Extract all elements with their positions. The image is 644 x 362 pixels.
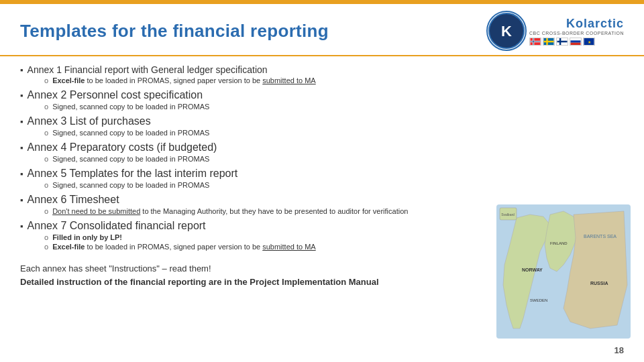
sub-text: Signed, scanned copy to be loaded in PRO… bbox=[52, 155, 209, 163]
annex-main-annex2: ▪Annex 2 Personnel cost specification bbox=[20, 89, 624, 101]
logo-wrapper: K Kolarctic CBC cross-border cooperation bbox=[486, 11, 624, 51]
annex-main-annex5: ▪Annex 5 Templates for the last interim … bbox=[20, 168, 624, 180]
bullet-sub: o bbox=[44, 207, 48, 215]
sub-text: Signed, scanned copy to be loaded in PRO… bbox=[52, 103, 209, 111]
bullet-sub: o bbox=[44, 129, 48, 137]
annex-title: Annex 4 Preparatory costs (if budgeted) bbox=[28, 141, 217, 154]
page-title: Templates for the financial reporting bbox=[20, 21, 329, 42]
flag-finland bbox=[556, 38, 568, 46]
flag-norway bbox=[529, 38, 541, 46]
bullet-sub: o bbox=[44, 243, 48, 251]
svg-text:SWEDEN: SWEDEN bbox=[530, 298, 547, 302]
logo-subtitle: CBC cross-border cooperation bbox=[529, 31, 624, 36]
svg-text:K: K bbox=[501, 23, 512, 40]
map-svg: BARENTS SEA Svalbard NORWAY FINLAND RUSS… bbox=[496, 204, 631, 339]
annex-main-annex1: ▪Annex 1 Financial report with General l… bbox=[20, 64, 624, 75]
annex-item-annex5: ▪Annex 5 Templates for the last interim … bbox=[20, 168, 624, 189]
sub-item-a1s1: oExcel-file to be loaded in PROMAS, sign… bbox=[20, 76, 624, 84]
sub-text: Don't need to be submitted to the Managi… bbox=[52, 207, 408, 215]
flag-eu: ★ bbox=[583, 38, 595, 46]
page-number: 18 bbox=[614, 345, 624, 355]
svg-text:RUSSIA: RUSSIA bbox=[590, 281, 608, 286]
svg-rect-13 bbox=[570, 38, 580, 40]
svg-text:★: ★ bbox=[587, 40, 590, 44]
annex-title: Annex 7 Consolidated financial report bbox=[28, 220, 206, 232]
bullet-sub: o bbox=[44, 103, 48, 111]
flag-row: ★ bbox=[529, 38, 624, 46]
bullet-sub: o bbox=[44, 233, 48, 241]
sub-text: Filled in only by LP! bbox=[52, 233, 122, 241]
svg-text:NORWAY: NORWAY bbox=[522, 267, 543, 272]
sub-item-a3s1: oSigned, scanned copy to be loaded in PR… bbox=[20, 129, 624, 137]
svg-rect-15 bbox=[570, 42, 580, 44]
bullet-main: ▪ bbox=[20, 195, 23, 205]
annex-item-annex2: ▪Annex 2 Personnel cost specificationoSi… bbox=[20, 89, 624, 111]
header: Templates for the financial reporting K … bbox=[0, 4, 644, 56]
annex-title: Annex 2 Personnel cost specification bbox=[28, 89, 203, 101]
sub-item-a2s1: oSigned, scanned copy to be loaded in PR… bbox=[20, 103, 624, 111]
page: Templates for the financial reporting K … bbox=[0, 0, 644, 362]
flag-sweden bbox=[543, 38, 555, 46]
annex-title: Annex 3 List of purchases bbox=[28, 115, 151, 127]
sub-text: Signed, scanned copy to be loaded in PRO… bbox=[52, 129, 209, 137]
sub-text: Excel-file to be loaded in PROMAS, signe… bbox=[52, 243, 316, 251]
bullet-main: ▪ bbox=[20, 65, 23, 75]
map-area: BARENTS SEA Svalbard NORWAY FINLAND RUSS… bbox=[496, 204, 631, 339]
svg-rect-6 bbox=[530, 41, 540, 42]
annex-item-annex4: ▪Annex 4 Preparatory costs (if budgeted)… bbox=[20, 141, 624, 163]
svg-text:BARENTS SEA: BARENTS SEA bbox=[584, 234, 616, 239]
bullet-main: ▪ bbox=[20, 117, 23, 127]
bullet-sub: o bbox=[44, 76, 48, 84]
svg-rect-9 bbox=[543, 40, 553, 42]
bullet-main: ▪ bbox=[20, 143, 23, 153]
annex-main-annex3: ▪Annex 3 List of purchases bbox=[20, 115, 624, 127]
annex-title: Annex 5 Templates for the last interim r… bbox=[28, 168, 238, 180]
sub-text: Signed, scanned copy to be loaded in PRO… bbox=[52, 181, 209, 189]
svg-text:FINLAND: FINLAND bbox=[550, 241, 568, 245]
annex-title: Annex 1 Financial report with General le… bbox=[28, 64, 268, 75]
bullet-main: ▪ bbox=[20, 90, 23, 101]
annex-item-annex1: ▪Annex 1 Financial report with General l… bbox=[20, 64, 624, 84]
sub-text: Excel-file to be loaded in PROMAS, signe… bbox=[52, 76, 316, 84]
logo-name: Kolarctic bbox=[529, 17, 624, 31]
bullet-main: ▪ bbox=[20, 169, 23, 179]
bullet-sub: o bbox=[44, 181, 48, 189]
bullet-sub: o bbox=[44, 155, 48, 163]
svg-text:Svalbard: Svalbard bbox=[501, 213, 515, 217]
sub-item-a4s1: oSigned, scanned copy to be loaded in PR… bbox=[20, 155, 624, 163]
bullet-main: ▪ bbox=[20, 221, 23, 231]
annex-title: Annex 6 Timesheet bbox=[28, 194, 119, 206]
flag-russia bbox=[570, 38, 582, 46]
logo-circle: K bbox=[486, 11, 527, 51]
annex-item-annex3: ▪Annex 3 List of purchasesoSigned, scann… bbox=[20, 115, 624, 137]
sub-item-a5s1: oSigned, scanned copy to be loaded in PR… bbox=[20, 181, 624, 189]
annex-main-annex4: ▪Annex 4 Preparatory costs (if budgeted) bbox=[20, 141, 624, 154]
svg-rect-12 bbox=[557, 40, 567, 42]
svg-rect-14 bbox=[570, 40, 580, 42]
